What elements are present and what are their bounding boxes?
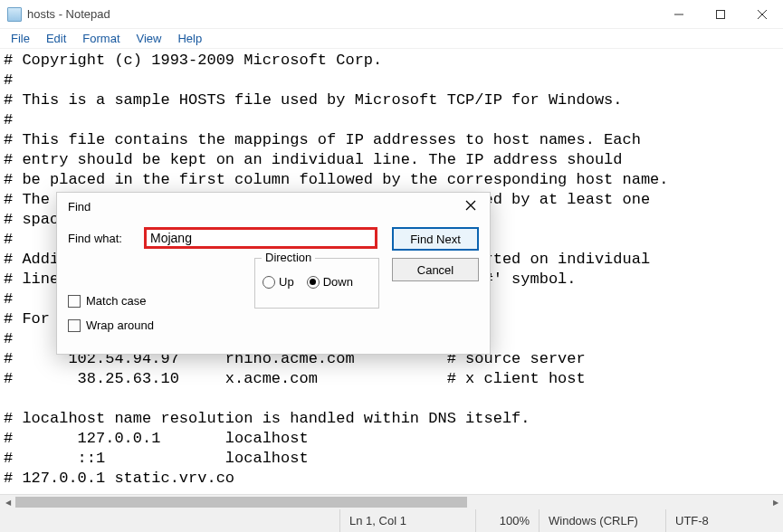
radio-icon xyxy=(263,276,275,289)
svg-rect-1 xyxy=(717,11,725,19)
direction-down-label: Down xyxy=(323,275,353,289)
match-case-checkbox[interactable]: Match case xyxy=(68,294,154,308)
menu-edit[interactable]: Edit xyxy=(39,30,73,47)
status-line-ending: Windows (CRLF) xyxy=(539,509,665,532)
find-close-button[interactable] xyxy=(457,198,484,214)
find-body: Find what: Up Down Direction Match case xyxy=(57,220,490,265)
direction-group: Up Down xyxy=(254,258,379,309)
radio-checked-icon xyxy=(307,276,320,289)
match-case-label: Match case xyxy=(86,294,146,308)
menu-format[interactable]: Format xyxy=(75,30,127,47)
horizontal-scrollbar[interactable] xyxy=(0,494,783,509)
wrap-around-checkbox[interactable]: Wrap around xyxy=(68,318,154,332)
status-line-col: Ln 1, Col 1 xyxy=(339,509,475,532)
menu-view[interactable]: View xyxy=(129,30,169,47)
scroll-left-arrow-icon[interactable] xyxy=(0,495,15,510)
scroll-track[interactable] xyxy=(15,495,768,509)
find-next-button[interactable]: Find Next xyxy=(392,227,479,251)
direction-legend: Direction xyxy=(262,251,315,264)
statusbar: Ln 1, Col 1 100% Windows (CRLF) UTF-8 xyxy=(0,509,783,532)
menu-file[interactable]: File xyxy=(4,30,37,47)
direction-up-label: Up xyxy=(279,275,294,289)
scroll-right-arrow-icon[interactable] xyxy=(768,495,783,510)
wrap-around-label: Wrap around xyxy=(86,318,154,332)
status-zoom: 100% xyxy=(475,509,539,532)
notepad-icon xyxy=(7,7,22,22)
maximize-button[interactable] xyxy=(700,0,741,29)
menu-help[interactable]: Help xyxy=(170,30,209,47)
minimize-button[interactable] xyxy=(658,0,700,29)
scroll-thumb[interactable] xyxy=(15,497,467,508)
direction-down-radio[interactable]: Down xyxy=(307,275,353,289)
menubar: File Edit Format View Help xyxy=(0,29,783,49)
window-controls xyxy=(658,0,783,28)
checkbox-icon xyxy=(68,295,81,308)
status-spacer xyxy=(0,509,339,532)
find-what-label: Find what: xyxy=(68,232,144,245)
cancel-button[interactable]: Cancel xyxy=(392,258,479,281)
close-button[interactable] xyxy=(741,0,783,29)
status-encoding: UTF-8 xyxy=(665,509,783,532)
find-what-input[interactable] xyxy=(144,227,377,249)
checkbox-icon xyxy=(68,319,81,332)
find-titlebar: Find xyxy=(57,193,490,220)
find-dialog: Find Find what: Up Down Direction xyxy=(56,192,491,355)
direction-up-radio[interactable]: Up xyxy=(263,275,294,289)
window-title: hosts - Notepad xyxy=(27,7,658,21)
titlebar: hosts - Notepad xyxy=(0,0,783,29)
find-dialog-title: Find xyxy=(68,200,457,214)
